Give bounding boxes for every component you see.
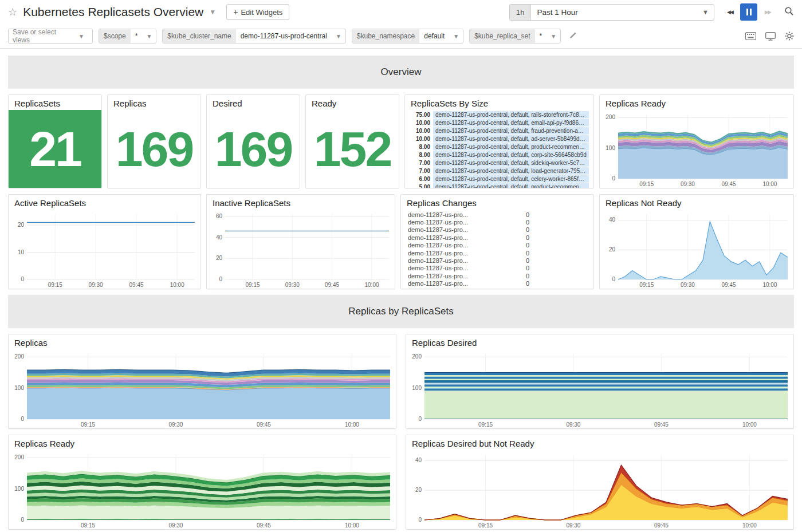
changes-table-row[interactable]: demo-11287-us-pro...0 xyxy=(401,265,593,272)
widget-title: Ready xyxy=(306,95,399,110)
widget-replicas-count[interactable]: Replicas 169 xyxy=(107,94,201,188)
template-var-kube-replica-set[interactable]: $kube_replica_set * ▼ xyxy=(469,29,561,44)
changes-table-row[interactable]: demo-11287-us-pro...0 xyxy=(401,226,593,234)
gear-icon xyxy=(785,31,794,41)
toplist-row[interactable]: 10.00demo-11287-us-prod-central, default… xyxy=(410,127,589,135)
toplist-row[interactable]: 8.00demo-11287-us-prod-central, default,… xyxy=(410,143,589,151)
query-value: 169 xyxy=(108,110,200,188)
widget-active-replicasets[interactable]: Active ReplicaSets 0102009:1509:3009:451… xyxy=(8,194,201,289)
timeseries-chart[interactable]: 0102009:1509:3009:4510:00 xyxy=(9,210,200,289)
toplist-bar: demo-11287-us-prod-central, default, cor… xyxy=(433,151,589,159)
skip-backward-button[interactable]: ◀◀ xyxy=(721,3,738,21)
timeseries-chart[interactable]: 010020009:1509:3009:4510:00 xyxy=(406,349,793,428)
svg-text:09:15: 09:15 xyxy=(639,181,654,187)
changes-row-value: 0 xyxy=(515,265,529,271)
zoom-search-button[interactable] xyxy=(784,6,794,18)
widget-replicas-ready-bottom[interactable]: Replicas Ready 010020009:1509:3009:4510:… xyxy=(8,435,396,530)
timeseries-chart[interactable]: 010020009:1509:3009:4510:00 xyxy=(600,110,793,188)
svg-text:09:30: 09:30 xyxy=(168,522,183,529)
toplist-row[interactable]: 10.00demo-11287-us-prod-central, default… xyxy=(410,119,589,127)
toplist-value: 75.00 xyxy=(410,112,430,118)
skip-forward-button[interactable]: ▶▶ xyxy=(759,3,776,21)
svg-text:09:30: 09:30 xyxy=(681,181,695,187)
svg-text:0: 0 xyxy=(21,416,24,422)
template-var-kube-cluster-name[interactable]: $kube_cluster_name demo-11287-us-prod-ce… xyxy=(162,29,346,44)
saved-views-select[interactable]: Save or select views ▼ xyxy=(8,29,93,44)
changes-table-row[interactable]: demo-11287-us-pro...0 xyxy=(401,257,593,264)
svg-text:09:45: 09:45 xyxy=(325,282,339,288)
changes-table-row[interactable]: demo-11287-us-pro...0 xyxy=(401,242,593,249)
svg-text:09:45: 09:45 xyxy=(721,282,736,288)
widget-title: ReplicaSets xyxy=(9,95,101,110)
svg-text:0: 0 xyxy=(418,416,422,422)
widget-replicas-timeseries[interactable]: Replicas 010020009:1509:3009:4510:00 xyxy=(8,334,396,429)
timeseries-chart[interactable]: 010020009:1509:3009:4510:00 xyxy=(9,450,396,529)
changes-table-row[interactable]: demo-11287-us-pro...0 xyxy=(401,218,593,226)
widget-replicas-desired[interactable]: Replicas Desired 010020009:1509:3009:451… xyxy=(406,334,794,429)
caret-down-icon: ▼ xyxy=(449,29,463,43)
toplist-value: 6.00 xyxy=(410,176,430,182)
changes-table-row[interactable]: demo-11287-us-pro...0 xyxy=(401,249,593,257)
changes-table-row[interactable]: demo-11287-us-pro...0 xyxy=(401,272,593,279)
changes-row-value: 0 xyxy=(515,234,529,241)
widget-title: Inactive ReplicaSets xyxy=(207,195,395,210)
timeseries-chart[interactable]: 0204009:1509:3009:4510:00 xyxy=(600,210,793,289)
svg-text:09:15: 09:15 xyxy=(48,282,62,288)
overview-row-1: ReplicaSets 21 Replicas 169 Desired 169 … xyxy=(8,94,794,188)
toplist-row[interactable]: 10.00demo-11287-us-prod-central, default… xyxy=(410,135,589,143)
toplist-row[interactable]: 7.00demo-11287-us-prod-central, default,… xyxy=(410,167,589,175)
toplist-row[interactable]: 6.00demo-11287-us-prod-central, default,… xyxy=(410,175,589,183)
svg-text:10:00: 10:00 xyxy=(364,282,379,288)
widget-title: Replicas Not Ready xyxy=(600,195,793,210)
widget-title: Replicas Ready xyxy=(9,435,396,450)
toplist-row[interactable]: 7.00demo-11287-us-prod-central, default,… xyxy=(410,159,589,167)
edit-template-vars-button[interactable] xyxy=(569,31,577,41)
svg-text:09:15: 09:15 xyxy=(639,282,654,288)
changes-table-row[interactable]: demo-11287-us-pro...0 xyxy=(401,280,593,287)
keyboard-shortcuts-button[interactable] xyxy=(745,32,756,40)
svg-text:09:30: 09:30 xyxy=(681,282,695,288)
widget-replicas-desired-not-ready[interactable]: Replicas Desired but Not Ready 0204009:1… xyxy=(406,435,794,530)
toplist-row[interactable]: 5.00demo-11287-us-prod-central, default,… xyxy=(410,183,589,188)
widget-replicas-ready-top[interactable]: Replicas Ready 010020009:1509:3009:4510:… xyxy=(599,94,794,188)
template-var-scope[interactable]: $scope * ▼ xyxy=(99,29,156,44)
widget-replicas-changes[interactable]: Replicas Changes demo-11287-us-pro...0de… xyxy=(400,194,594,289)
changes-row-label: demo-11287-us-pro... xyxy=(408,219,515,226)
chart-svg: 010020009:1509:3009:4510:00 xyxy=(600,110,793,188)
svg-text:09:45: 09:45 xyxy=(654,421,669,428)
svg-text:200: 200 xyxy=(14,353,24,360)
tv-mode-button[interactable] xyxy=(765,32,776,41)
template-var-kube-namespace[interactable]: $kube_namespace default ▼ xyxy=(352,29,463,44)
title-chevron-down-icon[interactable]: ▼ xyxy=(209,8,216,16)
changes-table-row[interactable]: demo-11287-us-pro...0 xyxy=(401,234,593,241)
svg-text:09:15: 09:15 xyxy=(81,421,95,428)
widget-title: Replicas xyxy=(9,334,396,349)
time-range-label: Past 1 Hour xyxy=(531,8,697,17)
toplist-row[interactable]: 75.00demo-11287-us-prod-central, default… xyxy=(410,111,589,119)
svg-text:10:00: 10:00 xyxy=(762,181,777,187)
widget-desired-count[interactable]: Desired 169 xyxy=(206,94,300,188)
toplist-bar: demo-11287-us-prod-central, default, sid… xyxy=(433,159,589,167)
skip-forward-icon: ▶▶ xyxy=(765,9,770,15)
changes-row-value: 0 xyxy=(515,226,529,233)
changes-table-row[interactable]: demo-11287-us-pro...0 xyxy=(401,211,593,218)
toplist-bar: demo-11287-us-prod-central, default, loa… xyxy=(433,167,589,175)
pause-button[interactable] xyxy=(740,3,757,21)
changes-row-value: 0 xyxy=(515,257,529,264)
toplist-row[interactable]: 8.00demo-11287-us-prod-central, default,… xyxy=(410,151,589,159)
widget-ready-count[interactable]: Ready 152 xyxy=(305,94,399,188)
changes-row-label: demo-11287-us-pro... xyxy=(408,226,515,233)
dashboard-settings-button[interactable] xyxy=(785,31,794,41)
dashboard-content: Overview ReplicaSets 21 Replicas 169 Des… xyxy=(0,49,802,530)
favorite-star-icon[interactable]: ☆ xyxy=(8,6,17,18)
widget-inactive-replicasets[interactable]: Inactive ReplicaSets 020406009:1509:3009… xyxy=(206,194,395,289)
svg-text:09:30: 09:30 xyxy=(89,282,103,288)
timeseries-chart[interactable]: 0204009:1509:3009:4510:00 xyxy=(406,450,793,529)
widget-replicas-not-ready[interactable]: Replicas Not Ready 0204009:1509:3009:451… xyxy=(599,194,794,289)
timeseries-chart[interactable]: 020406009:1509:3009:4510:00 xyxy=(207,210,395,289)
widget-replicasets-by-size[interactable]: ReplicaSets By Size 75.00demo-11287-us-p… xyxy=(404,94,594,188)
edit-widgets-button[interactable]: + Edit Widgets xyxy=(226,4,289,20)
time-range-picker[interactable]: 1h Past 1 Hour ▼ xyxy=(509,4,714,21)
timeseries-chart[interactable]: 010020009:1509:3009:4510:00 xyxy=(9,349,396,428)
widget-replicasets-count[interactable]: ReplicaSets 21 xyxy=(8,94,102,188)
